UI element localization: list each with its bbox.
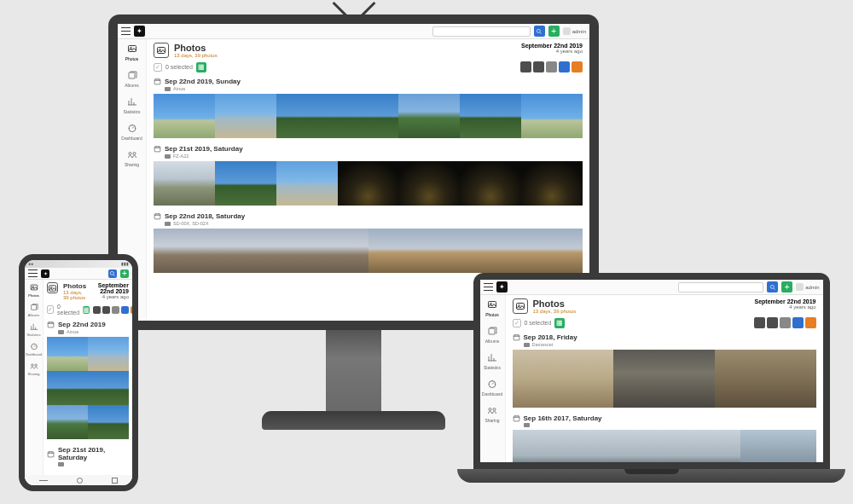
sidebar-item-sharing[interactable]: Sharing	[25, 362, 43, 376]
select-all-checkbox[interactable]: ✓	[154, 63, 162, 72]
photo-thumbnail[interactable]	[513, 350, 614, 408]
view-grid2-button[interactable]	[533, 61, 544, 72]
photo-thumbnail[interactable]	[715, 350, 816, 408]
search-button[interactable]	[534, 26, 545, 37]
photo-thumbnail[interactable]	[664, 430, 740, 462]
day-header[interactable]: Sep 22nd 2018, Saturday	[154, 212, 583, 220]
view-switcher	[754, 317, 816, 328]
photo-thumbnail[interactable]	[154, 229, 368, 273]
view-list-button[interactable]	[546, 61, 557, 72]
user-menu[interactable]: admin	[796, 283, 819, 291]
photo-thumbnail[interactable]	[88, 371, 129, 405]
sidebar-item-photos[interactable]: Photos	[480, 298, 505, 317]
select-all-checkbox[interactable]: ✓	[513, 319, 521, 327]
view-grid-button[interactable]	[93, 306, 101, 314]
sidebar-item-statistics[interactable]: Statistics	[25, 322, 43, 337]
view-grid-button[interactable]	[754, 317, 765, 328]
action-button[interactable]: ▦	[83, 306, 90, 314]
sidebar-item-albums[interactable]: Albums	[25, 303, 43, 317]
select-all-checkbox[interactable]: ✓	[47, 305, 54, 314]
sidebar-item-albums[interactable]: Albums	[118, 69, 146, 88]
sidebar-item-statistics[interactable]: Statistics	[118, 96, 146, 114]
sidebar-item-photos[interactable]: Photos	[118, 43, 146, 61]
photo-thumbnail[interactable]	[513, 430, 589, 462]
view-grid2-button[interactable]	[102, 306, 110, 314]
add-button[interactable]: +	[781, 281, 792, 293]
photo-thumbnail[interactable]	[154, 161, 215, 206]
photo-thumbnail[interactable]	[368, 229, 583, 273]
day-header[interactable]: Sep 21st 2019, Saturday	[47, 446, 129, 461]
menu-icon[interactable]	[121, 26, 131, 36]
photo-thumbnail[interactable]	[521, 94, 583, 138]
photo-thumbnail[interactable]	[215, 161, 276, 206]
app-logo[interactable]: ✦	[496, 281, 508, 293]
sort-button[interactable]	[572, 61, 583, 72]
photo-thumbnail[interactable]	[47, 337, 88, 371]
sidebar-item-label: Sharing	[485, 418, 499, 423]
sidebar-item-sharing[interactable]: Sharing	[480, 404, 505, 423]
sidebar-item-dashboard[interactable]: Dashboard	[480, 378, 505, 397]
day-meta: Damascet	[524, 342, 816, 347]
phone-nav-bar[interactable]	[25, 475, 132, 485]
sidebar-item-statistics[interactable]: Statistics	[480, 351, 505, 370]
view-grid2-button[interactable]	[767, 317, 778, 328]
photo-thumbnail[interactable]	[398, 94, 460, 138]
photo-thumbnail[interactable]	[398, 161, 460, 206]
view-list-button[interactable]	[112, 306, 119, 314]
selected-count: 0 selected	[525, 320, 552, 326]
view-grid-button[interactable]	[520, 61, 531, 72]
sidebar-item-albums[interactable]: Albums	[480, 325, 505, 344]
date-range: September 22nd 2019 4 years ago	[93, 282, 129, 299]
recents-icon[interactable]	[112, 478, 118, 484]
menu-icon[interactable]	[484, 282, 493, 292]
sort-button[interactable]	[805, 317, 816, 328]
search-input[interactable]	[432, 26, 531, 37]
calendar-icon	[47, 450, 55, 458]
back-icon[interactable]	[39, 480, 48, 481]
search-button[interactable]	[108, 269, 117, 278]
view-map-button[interactable]	[559, 61, 570, 72]
photo-thumbnail[interactable]	[338, 94, 399, 138]
photo-thumbnail[interactable]	[88, 337, 129, 371]
day-header[interactable]: Sep 22nd 2019, Sunday	[154, 78, 583, 85]
sidebar-item-dashboard[interactable]: Dashboard	[118, 122, 146, 141]
day-header[interactable]: Sep 2018, Friday	[513, 333, 816, 341]
app-logo[interactable]: ✦	[41, 269, 49, 278]
photo-thumbnail[interactable]	[47, 371, 88, 405]
home-icon[interactable]	[77, 478, 83, 484]
photo-thumbnail[interactable]	[613, 350, 715, 408]
photo-thumbnail[interactable]	[88, 405, 129, 439]
add-button[interactable]: +	[548, 26, 560, 37]
day-date: Sep 22nd 2019	[58, 321, 106, 328]
view-map-button[interactable]	[792, 317, 804, 328]
action-button[interactable]: ▦	[196, 62, 206, 72]
photo-thumbnail[interactable]	[338, 161, 399, 206]
photo-thumbnail[interactable]	[589, 430, 664, 462]
photo-thumbnail[interactable]	[521, 161, 583, 206]
photo-thumbnail[interactable]	[460, 94, 521, 138]
view-list-button[interactable]	[780, 317, 791, 328]
day-header[interactable]: Sep 16th 2017, Saturday	[513, 414, 816, 422]
search-input[interactable]	[678, 282, 763, 293]
add-button[interactable]: +	[120, 269, 129, 278]
menu-icon[interactable]	[28, 269, 38, 278]
sidebar-item-label: Albums	[485, 339, 500, 344]
photo-thumbnail[interactable]	[47, 405, 88, 439]
app-logo[interactable]: ✦	[134, 26, 145, 37]
search-button[interactable]	[767, 281, 778, 293]
photo-thumbnail[interactable]	[215, 94, 276, 138]
sidebar-item-photos[interactable]: Photos	[25, 283, 43, 298]
photo-thumbnail[interactable]	[740, 430, 816, 462]
photo-thumbnail[interactable]	[154, 94, 215, 138]
sort-button[interactable]	[131, 306, 132, 314]
photo-thumbnail[interactable]	[276, 94, 338, 138]
action-button[interactable]: ▦	[554, 318, 565, 328]
sidebar-item-sharing[interactable]: Sharing	[118, 148, 146, 167]
photo-thumbnail[interactable]	[460, 161, 521, 206]
day-header[interactable]: Sep 22nd 2019	[47, 321, 129, 328]
photo-thumbnail[interactable]	[276, 161, 338, 206]
view-map-button[interactable]	[121, 306, 129, 314]
day-header[interactable]: Sep 21st 2019, Saturday	[154, 145, 583, 153]
user-menu[interactable]: admin	[563, 27, 586, 35]
sidebar-item-dashboard[interactable]: Dashboard	[25, 342, 43, 356]
